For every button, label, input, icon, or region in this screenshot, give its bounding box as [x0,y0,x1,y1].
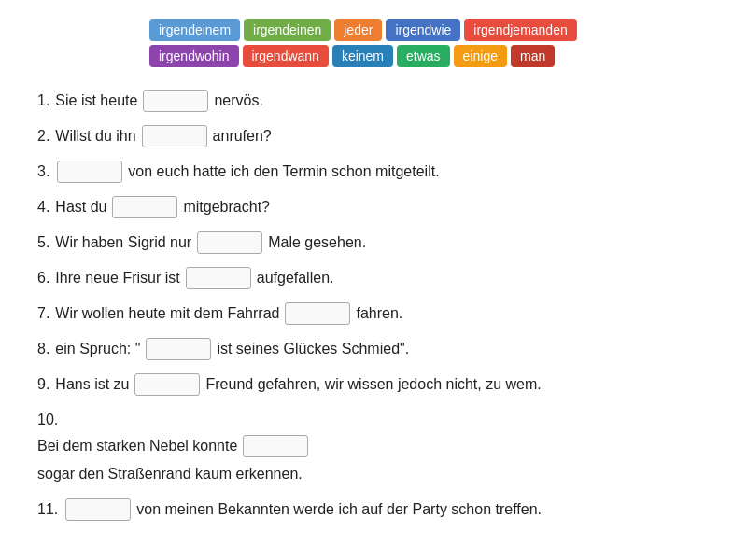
word-chip-irgendwann[interactable]: irgendwann [243,45,329,67]
sentence-item-8: 8.ein Spruch: "ist seines Glückes Schmie… [37,338,719,360]
sentence-after-2: anrufen? [213,125,272,147]
blank-3[interactable] [57,161,122,183]
sentence-number-10: 10. [37,409,58,431]
sentence-after-8: ist seines Glückes Schmied". [217,338,409,360]
sentence-number-5: 5. [37,231,49,254]
sentence-text-9: Hans ist zuFreund gefahren, wir wissen j… [55,373,541,396]
sentence-after-7: fahren. [356,302,402,325]
word-chip-irgendeinen[interactable]: irgendeinen [244,19,331,41]
word-chip-etwas[interactable]: etwas [397,45,450,67]
sentence-after-4: mitgebracht? [183,196,270,218]
sentence-text-5: Wir haben Sigrid nurMale gesehen. [55,231,366,254]
blank-7[interactable] [285,302,350,325]
word-chip-einige[interactable]: einige [454,45,507,67]
word-chip-irgendjemanden[interactable]: irgendjemanden [464,19,576,41]
blank-6[interactable] [186,267,251,289]
word-bank: irgendeinemirgendeinenjederirgendwieirge… [149,19,598,67]
sentences-list: 1.Sie ist heutenervös.2.Willst du ihnanr… [28,90,719,521]
sentence-continuation-10: sogar den Straßenrand kaum erkennen. [37,463,303,485]
sentence-text-4: Hast dumitgebracht? [55,196,270,218]
sentence-before-7: Wir wollen heute mit dem Fahrrad [55,302,279,325]
sentence-before-4: Hast du [55,196,106,218]
sentence-number-9: 9. [37,373,49,396]
blank-1[interactable] [143,90,208,112]
word-chip-keinem[interactable]: keinem [332,45,393,67]
sentence-text-8: ein Spruch: "ist seines Glückes Schmied"… [55,338,409,360]
sentence-number-2: 2. [37,125,49,147]
sentence-after-1: nervös. [214,90,262,112]
sentence-item-4: 4.Hast dumitgebracht? [37,196,719,218]
sentence-item-3: 3.von euch hatte ich den Termin schon mi… [37,161,719,183]
sentence-text-3: von euch hatte ich den Termin schon mitg… [55,161,439,183]
sentence-number-6: 6. [37,267,49,289]
sentence-number-11: 11. [37,498,58,521]
sentence-number-7: 7. [37,302,49,325]
sentence-item-9: 9.Hans ist zuFreund gefahren, wir wissen… [37,373,719,396]
word-chip-irgendwie[interactable]: irgendwie [386,19,460,41]
sentence-before-6: Ihre neue Frisur ist [55,267,179,289]
sentence-item-1: 1.Sie ist heutenervös. [37,90,719,112]
sentence-text-7: Wir wollen heute mit dem Fahrradfahren. [55,302,402,325]
sentence-after-9: Freund gefahren, wir wissen jedoch nicht… [205,373,541,396]
sentence-number-3: 3. [37,161,49,183]
sentence-text-6: Ihre neue Frisur istaufgefallen. [55,267,333,289]
sentence-after-11: von meinen Bekannten werde ich auf der P… [136,498,542,521]
sentence-before-9: Hans ist zu [55,373,129,396]
sentence-after-6: aufgefallen. [257,267,334,289]
word-chip-irgendeinem[interactable]: irgendeinem [149,19,240,41]
sentence-item-6: 6.Ihre neue Frisur istaufgefallen. [37,267,719,289]
sentence-before-2: Willst du ihn [55,125,135,147]
sentence-item-11: 11.von meinen Bekannten werde ich auf de… [37,498,719,521]
sentence-text-2: Willst du ihnanrufen? [55,125,271,147]
blank-8[interactable] [146,338,211,360]
blank-5[interactable] [197,231,262,254]
sentence-item-7: 7.Wir wollen heute mit dem Fahrradfahren… [37,302,719,325]
sentence-before-1: Sie ist heute [55,90,137,112]
sentence-before-8: ein Spruch: " [55,338,140,360]
sentence-after-5: Male gesehen. [268,231,366,254]
word-chip-jeder[interactable]: jeder [334,19,382,41]
sentence-text-10: Bei dem starken Nebel konnte [37,435,310,457]
blank-9[interactable] [134,373,200,396]
sentence-text-11: von meinen Bekannten werde ich auf der P… [63,498,542,521]
sentence-before-5: Wir haben Sigrid nur [55,231,191,254]
sentence-before-10: Bei dem starken Nebel konnte [37,435,237,457]
sentence-number-1: 1. [37,90,49,112]
sentence-item-5: 5.Wir haben Sigrid nurMale gesehen. [37,231,719,254]
sentence-number-4: 4. [37,196,49,218]
word-chip-irgendwohin[interactable]: irgendwohin [149,45,239,67]
sentence-after-3: von euch hatte ich den Termin schon mitg… [128,161,439,183]
word-chip-man[interactable]: man [511,45,555,67]
sentence-text-1: Sie ist heutenervös. [55,90,263,112]
blank-11[interactable] [65,498,131,521]
blank-2[interactable] [142,125,207,147]
sentence-number-8: 8. [37,338,49,360]
sentence-item-2: 2.Willst du ihnanrufen? [37,125,719,147]
blank-10[interactable] [243,435,308,457]
blank-4[interactable] [112,196,177,218]
sentence-item-10: 10.Bei dem starken Nebel konntesogar den… [37,409,719,485]
